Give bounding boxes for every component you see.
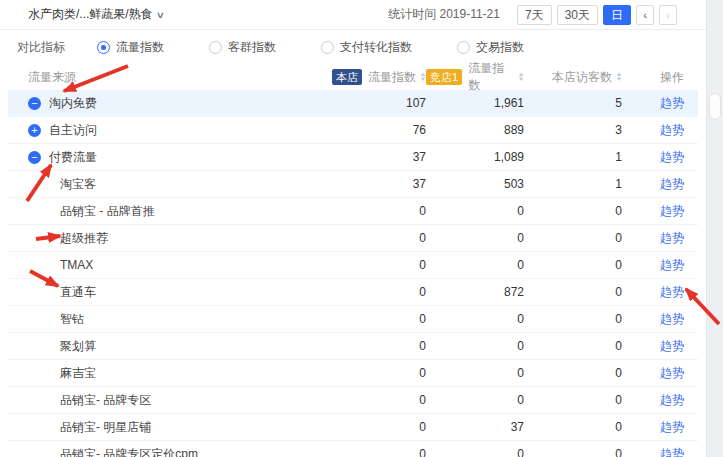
visitors-value: 0 [615,447,622,457]
radio-pay-conversion-index[interactable]: 支付转化指数 [321,39,412,56]
shop-index-cell: 0 [286,447,426,457]
range-7d-button[interactable]: 7天 [517,5,552,25]
visitors-value: 0 [615,366,622,380]
visitors-cell: 5 [524,96,622,110]
visitors-cell: 1 [524,150,622,164]
range-day-button[interactable]: 日 [603,5,631,25]
comp-index-value: 37 [511,420,524,434]
table-row[interactable]: 品销宝 - 品牌首推 0 0 0 趋势 [8,198,698,225]
visitors-value: 1 [615,150,622,164]
table-row[interactable]: 品销宝- 品牌专区 0 0 0 趋势 [8,387,698,414]
comp-index-value: 503 [504,177,524,191]
comp-index-value: 0 [517,366,524,380]
trend-link[interactable]: 趋势 [660,446,684,457]
radio-trade-index[interactable]: 交易指数 [457,39,524,56]
category-selector[interactable]: 水产肉类/...鲜蔬果/熟食 ∨ [28,6,163,23]
prev-day-button[interactable]: ‹ [636,5,654,25]
expand-icon[interactable]: + [28,124,41,137]
table-row[interactable]: 智钻 0 0 0 趋势 [8,306,698,333]
table-row[interactable]: + 自主访问 76 889 3 趋势 [8,117,698,144]
shop-badge: 本店 [332,69,362,85]
visitors-value: 0 [615,312,622,326]
source-cell: − 付费流量 [8,149,286,166]
comp-index-cell: 0 [426,366,524,380]
source-cell: 直通车 [8,284,286,301]
table-row[interactable]: 麻吉宝 0 0 0 趋势 [8,360,698,387]
radio-traffic-index[interactable]: 流量指数 [97,39,164,56]
comp-index-cell: 503 [426,177,524,191]
collapse-icon[interactable]: − [28,97,41,110]
trend-link[interactable]: 趋势 [660,149,684,166]
header-action-label: 操作 [660,69,684,86]
sort-icon[interactable]: ▲▼ [420,72,426,82]
shop-index-value: 37 [413,177,426,191]
row-label: 淘宝客 [60,176,96,193]
shop-index-value: 76 [413,123,426,137]
shop-index-value: 0 [419,258,426,272]
table-row[interactable]: 超级推荐 0 0 0 趋势 [8,225,698,252]
source-cell: 淘宝客 [8,176,286,193]
range-30d-button[interactable]: 30天 [557,5,598,25]
radio-label: 流量指数 [116,39,164,56]
visitors-value: 0 [615,393,622,407]
comp-index-cell: 0 [426,447,524,457]
trend-link[interactable]: 趋势 [660,176,684,193]
table-row[interactable]: − 付费流量 37 1,089 1 趋势 [8,144,698,171]
trend-link[interactable]: 趋势 [660,122,684,139]
header-comp-index: 竞店1 流量指数 ▲▼ [426,60,524,94]
action-cell: 趋势 [622,365,698,382]
visitors-value: 0 [615,285,622,299]
trend-link[interactable]: 趋势 [660,257,684,274]
action-cell: 趋势 [622,122,698,139]
shop-index-value: 0 [419,312,426,326]
trend-link[interactable]: 趋势 [660,95,684,112]
shop-index-value: 0 [419,285,426,299]
collapse-icon[interactable]: − [28,151,41,164]
trend-link[interactable]: 趋势 [660,230,684,247]
comp-index-value: 1,961 [494,96,524,110]
table-row[interactable]: 聚划算 0 0 0 趋势 [8,333,698,360]
table-row[interactable]: 品销宝- 明星店铺 0 37 0 趋势 [8,414,698,441]
trend-link[interactable]: 趋势 [660,419,684,436]
trend-link[interactable]: 趋势 [660,338,684,355]
visitors-value: 0 [615,420,622,434]
table-row[interactable]: 淘宝客 37 503 1 趋势 [8,171,698,198]
visitors-cell: 0 [524,312,622,326]
shop-index-value: 37 [413,150,426,164]
trend-link[interactable]: 趋势 [660,365,684,382]
vertical-scrollbar-thumb[interactable] [709,93,721,120]
table-row[interactable]: 直通车 0 872 0 趋势 [8,279,698,306]
sort-icon[interactable]: ▲▼ [518,72,524,82]
radio-label: 交易指数 [476,39,524,56]
visitors-cell: 0 [524,393,622,407]
visitors-value: 5 [615,96,622,110]
sort-icon[interactable]: ▲▼ [616,72,622,82]
shop-index-value: 0 [419,339,426,353]
radio-unchecked-icon [209,41,222,54]
visitors-cell: 0 [524,366,622,380]
table-row[interactable]: 品销宝- 品牌专区定价cpm 0 0 0 趋势 [8,441,698,457]
trend-link[interactable]: 趋势 [660,284,684,301]
comp-index-value: 0 [517,258,524,272]
comp-index-cell: 889 [426,123,524,137]
visitors-cell: 1 [524,177,622,191]
action-cell: 趋势 [622,176,698,193]
competitor-badge: 竞店1 [426,69,462,85]
vertical-scrollbar-track[interactable] [706,0,723,457]
action-cell: 趋势 [622,446,698,457]
action-cell: 趋势 [622,284,698,301]
radio-customer-index[interactable]: 客群指数 [209,39,276,56]
table-row[interactable]: TMAX 0 0 0 趋势 [8,252,698,279]
action-cell: 趋势 [622,419,698,436]
action-cell: 趋势 [622,203,698,220]
table-row[interactable]: − 淘内免费 107 1,961 5 趋势 [8,90,698,117]
stat-time-label: 统计时间 2019-11-21 [388,6,500,23]
next-day-button[interactable]: › [659,5,677,25]
trend-link[interactable]: 趋势 [660,203,684,220]
radio-label: 客群指数 [228,39,276,56]
trend-link[interactable]: 趋势 [660,311,684,328]
row-label: 直通车 [60,284,96,301]
trend-link[interactable]: 趋势 [660,392,684,409]
visitors-cell: 0 [524,231,622,245]
shop-index-value: 0 [419,393,426,407]
